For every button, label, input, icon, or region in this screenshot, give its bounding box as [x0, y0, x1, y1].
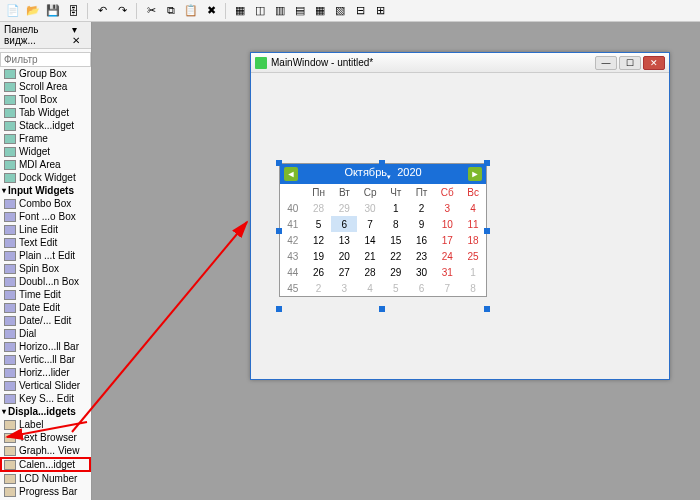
redo-button[interactable]: ↷ — [113, 2, 131, 20]
calendar-day[interactable]: 31 — [434, 264, 460, 280]
calendar-day[interactable]: 21 — [357, 248, 383, 264]
calendar-day[interactable]: 22 — [383, 248, 409, 264]
flayout-button[interactable]: ▧ — [331, 2, 349, 20]
calendar-day[interactable]: 1 — [460, 264, 486, 280]
widget-item[interactable]: Widget — [0, 145, 91, 158]
widget-item[interactable]: Doubl...n Box — [0, 275, 91, 288]
calendar-day[interactable]: 29 — [383, 264, 409, 280]
calendar-day[interactable]: 5 — [383, 280, 409, 296]
calendar-day[interactable]: 17 — [434, 232, 460, 248]
widget-item[interactable]: Font ...o Box — [0, 210, 91, 223]
paste-button[interactable]: 📋 — [182, 2, 200, 20]
calendar-day[interactable]: 18 — [460, 232, 486, 248]
save-all-button[interactable]: 🗄 — [64, 2, 82, 20]
widget-item[interactable]: Text Browser — [0, 431, 91, 444]
widget-item[interactable]: Date/... Edit — [0, 314, 91, 327]
form-window[interactable]: MainWindow - untitled* — ☐ ✕ ◄ Октябрь▾ … — [250, 52, 670, 380]
widget-item[interactable]: Plain ...t Edit — [0, 249, 91, 262]
save-button[interactable]: 💾 — [44, 2, 62, 20]
calendar-day[interactable]: 2 — [306, 280, 332, 296]
next-month-button[interactable]: ► — [468, 167, 482, 181]
resize-handle[interactable] — [276, 306, 282, 312]
resize-handle[interactable] — [484, 160, 490, 166]
calendar-day[interactable]: 7 — [357, 216, 383, 232]
resize-handle[interactable] — [276, 228, 282, 234]
widget-item[interactable]: Vertic...ll Bar — [0, 353, 91, 366]
glayout-button[interactable]: ▦ — [311, 2, 329, 20]
calendar-day[interactable]: 4 — [357, 280, 383, 296]
calendar-day[interactable]: 2 — [409, 200, 435, 216]
calendar-day[interactable]: 12 — [306, 232, 332, 248]
widget-item[interactable]: Scroll Area — [0, 80, 91, 93]
widget-item[interactable]: Group Box — [0, 67, 91, 80]
widget-item[interactable]: Horiz...lider — [0, 366, 91, 379]
undo-button[interactable]: ↶ — [93, 2, 111, 20]
widget-item[interactable]: Tab Widget — [0, 106, 91, 119]
calendar-day[interactable]: 27 — [331, 264, 357, 280]
form-body[interactable]: ◄ Октябрь▾ 2020 ► ПнВтСрЧтПтСбВс 4028293… — [251, 73, 669, 379]
hlayout-button[interactable]: ▥ — [271, 2, 289, 20]
close-button[interactable]: ✕ — [643, 56, 665, 70]
widget-filter-input[interactable] — [0, 52, 91, 67]
resize-handle[interactable] — [276, 160, 282, 166]
resize-handle[interactable] — [379, 306, 385, 312]
calendar-day[interactable]: 5 — [306, 216, 332, 232]
calendar-day[interactable]: 3 — [434, 200, 460, 216]
widget-item[interactable]: Text Edit — [0, 236, 91, 249]
widget-item[interactable]: MDI Area — [0, 158, 91, 171]
minimize-button[interactable]: — — [595, 56, 617, 70]
calendar-day[interactable]: 19 — [306, 248, 332, 264]
calendar-day[interactable]: 14 — [357, 232, 383, 248]
break-button[interactable]: ⊟ — [351, 2, 369, 20]
cut-button[interactable]: ✂ — [142, 2, 160, 20]
widget-item[interactable]: LCD Number — [0, 472, 91, 485]
calendar-grid[interactable]: ПнВтСрЧтПтСбВс 4028293012344156789101142… — [280, 184, 486, 296]
widget-item[interactable]: Stack...idget — [0, 119, 91, 132]
snap-button[interactable]: ◫ — [251, 2, 269, 20]
grid-button[interactable]: ▦ — [231, 2, 249, 20]
widget-item[interactable]: Calen...idget — [0, 457, 91, 472]
adjust-button[interactable]: ⊞ — [371, 2, 389, 20]
widget-item[interactable]: Combo Box — [0, 197, 91, 210]
calendar-day[interactable]: 6 — [409, 280, 435, 296]
calendar-day[interactable]: 26 — [306, 264, 332, 280]
calendar-day[interactable]: 9 — [409, 216, 435, 232]
widget-item[interactable]: Progress Bar — [0, 485, 91, 498]
widget-item[interactable]: Dock Widget — [0, 171, 91, 184]
resize-handle[interactable] — [379, 160, 385, 166]
calendar-day[interactable]: 1 — [383, 200, 409, 216]
widget-item[interactable]: Frame — [0, 132, 91, 145]
calendar-day[interactable]: 20 — [331, 248, 357, 264]
design-canvas[interactable]: MainWindow - untitled* — ☐ ✕ ◄ Октябрь▾ … — [92, 22, 700, 500]
calendar-day[interactable]: 24 — [434, 248, 460, 264]
calendar-day[interactable]: 8 — [383, 216, 409, 232]
calendar-day[interactable]: 28 — [357, 264, 383, 280]
calendar-day[interactable]: 30 — [357, 200, 383, 216]
widget-item[interactable]: Line Edit — [0, 223, 91, 236]
new-button[interactable]: 📄 — [4, 2, 22, 20]
calendar-widget[interactable]: ◄ Октябрь▾ 2020 ► ПнВтСрЧтПтСбВс 4028293… — [279, 163, 487, 297]
widget-item[interactable]: Date Edit — [0, 301, 91, 314]
calendar-day[interactable]: 15 — [383, 232, 409, 248]
calendar-day[interactable]: 16 — [409, 232, 435, 248]
calendar-day[interactable]: 10 — [434, 216, 460, 232]
calendar-day[interactable]: 8 — [460, 280, 486, 296]
calendar-day[interactable]: 4 — [460, 200, 486, 216]
resize-handle[interactable] — [484, 306, 490, 312]
panel-close-icon[interactable]: ▾ ✕ — [72, 24, 87, 46]
vlayout-button[interactable]: ▤ — [291, 2, 309, 20]
widget-item[interactable]: Time Edit — [0, 288, 91, 301]
widget-item[interactable]: Tool Box — [0, 93, 91, 106]
calendar-day[interactable]: 3 — [331, 280, 357, 296]
calendar-day[interactable]: 30 — [409, 264, 435, 280]
widget-category[interactable]: ▾ Displa...idgets — [0, 405, 91, 418]
calendar-day[interactable]: 11 — [460, 216, 486, 232]
calendar-day[interactable]: 29 — [331, 200, 357, 216]
widget-item[interactable]: Vertical Slider — [0, 379, 91, 392]
calendar-day[interactable]: 6 — [331, 216, 357, 232]
calendar-month-year[interactable]: Октябрь▾ 2020 — [344, 166, 421, 181]
widget-item[interactable]: Graph... View — [0, 444, 91, 457]
widget-item[interactable]: Dial — [0, 327, 91, 340]
calendar-day[interactable]: 28 — [306, 200, 332, 216]
calendar-day[interactable]: 13 — [331, 232, 357, 248]
